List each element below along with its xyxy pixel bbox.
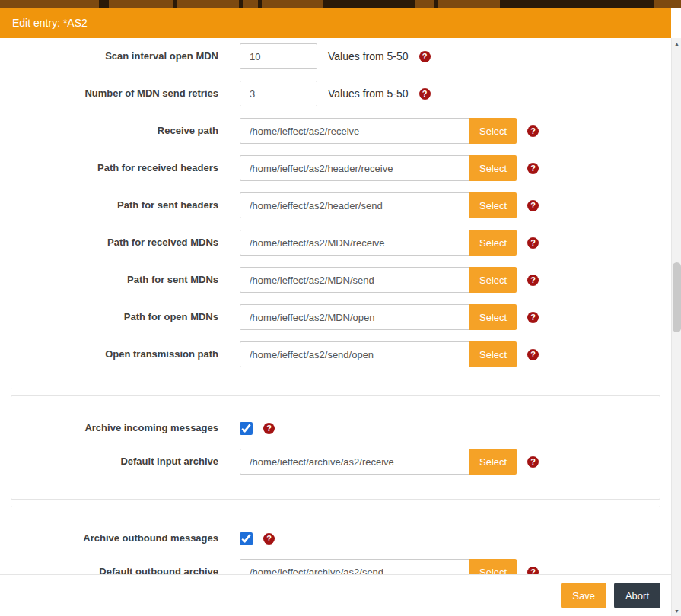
input-group: Select: [240, 192, 517, 218]
form-row-default-outbound-archive: Default outbound archive Select ?: [11, 559, 660, 574]
background-block: [243, 0, 258, 8]
input-group: Select: [240, 267, 517, 293]
abort-button[interactable]: Abort: [614, 583, 660, 608]
form-row-received-headers: Path for received headers Select ?: [11, 155, 660, 181]
help-icon[interactable]: ?: [527, 125, 539, 137]
mdn-retries-input[interactable]: [240, 81, 317, 106]
sent-mdns-path-input[interactable]: [240, 267, 469, 293]
help-icon[interactable]: ?: [419, 88, 431, 100]
open-transmission-label: Open transmission path: [11, 348, 218, 360]
receive-path-label: Receive path: [11, 125, 218, 137]
dimmed-background-header: [0, 0, 681, 8]
modal-title: Edit entry: *AS2: [12, 17, 88, 29]
default-outbound-archive-label: Default outbound archive: [11, 566, 218, 574]
open-mdns-path-input[interactable]: [240, 304, 469, 330]
select-button[interactable]: Select: [469, 304, 517, 330]
form-row-archive-outbound: Archive outbound messages ?: [11, 529, 660, 548]
help-icon[interactable]: ?: [263, 423, 275, 434]
received-headers-label: Path for received headers: [11, 162, 218, 174]
background-block: [177, 0, 239, 8]
select-button[interactable]: Select: [469, 192, 517, 218]
default-input-archive-input[interactable]: [240, 449, 469, 475]
help-icon[interactable]: ?: [527, 456, 539, 468]
help-icon[interactable]: ?: [527, 200, 539, 211]
help-icon[interactable]: ?: [527, 163, 539, 174]
open-mdns-label: Path for open MDNs: [11, 311, 218, 323]
input-group: Select: [240, 449, 517, 475]
help-icon[interactable]: ?: [527, 312, 539, 323]
help-icon[interactable]: ?: [419, 51, 431, 62]
help-icon[interactable]: ?: [527, 275, 539, 286]
form-row-received-mdns: Path for received MDNs Select ?: [11, 230, 660, 256]
received-headers-path-input[interactable]: [240, 155, 469, 181]
scan-interval-input[interactable]: [240, 43, 317, 69]
default-outbound-archive-input[interactable]: [240, 559, 469, 574]
sent-mdns-label: Path for sent MDNs: [11, 274, 218, 286]
select-button[interactable]: Select: [469, 559, 517, 574]
form-row-default-input-archive: Default input archive Select ?: [11, 449, 660, 475]
form-row-receive-path: Receive path Select ?: [11, 118, 660, 144]
open-transmission-path-input[interactable]: [240, 341, 469, 367]
received-mdns-path-input[interactable]: [240, 230, 469, 256]
scan-interval-label: Scan interval open MDN: [11, 50, 218, 62]
panel-archive-incoming: Archive incoming messages ? Default inpu…: [11, 395, 660, 500]
select-button[interactable]: Select: [469, 341, 517, 367]
help-icon[interactable]: ?: [527, 349, 539, 360]
background-block: [109, 0, 173, 8]
select-button[interactable]: Select: [469, 267, 517, 293]
archive-incoming-checkbox[interactable]: [240, 422, 253, 435]
archive-outbound-checkbox[interactable]: [240, 532, 253, 545]
form-row-mdn-retries: Number of MDN send retries Values from 5…: [11, 81, 660, 106]
scrollbar-thumb[interactable]: [673, 262, 681, 332]
form-row-archive-incoming: Archive incoming messages ?: [11, 419, 660, 437]
mdn-retries-label: Number of MDN send retries: [11, 87, 218, 100]
sent-headers-label: Path for sent headers: [11, 199, 218, 211]
form-row-scan-interval: Scan interval open MDN Values from 5-50 …: [11, 43, 660, 69]
modal-footer: Save Abort: [0, 574, 671, 616]
input-group: Select: [240, 155, 517, 181]
scrollbar-up-arrow-icon[interactable]: ▲: [672, 38, 681, 49]
page: Edit entry: *AS2 Scan interval open MDN …: [0, 0, 681, 616]
form-row-sent-mdns: Path for sent MDNs Select ?: [11, 267, 660, 293]
help-icon[interactable]: ?: [263, 533, 275, 545]
select-button[interactable]: Select: [469, 230, 517, 256]
input-group: Select: [240, 230, 517, 256]
received-mdns-label: Path for received MDNs: [11, 237, 218, 249]
scrollbar[interactable]: ▲ ▼: [671, 38, 681, 616]
background-block: [415, 0, 434, 8]
input-group: Select: [240, 304, 517, 330]
scrollbar-down-arrow-icon[interactable]: ▼: [672, 605, 681, 616]
background-block: [0, 0, 99, 8]
background-block: [654, 0, 681, 8]
help-icon[interactable]: ?: [527, 567, 539, 575]
save-button[interactable]: Save: [561, 583, 606, 608]
input-group: Select: [240, 559, 517, 574]
panel-archive-outbound: Archive outbound messages ? Default outb…: [11, 506, 660, 574]
receive-path-input[interactable]: [240, 118, 469, 144]
panel-paths: Scan interval open MDN Values from 5-50 …: [11, 38, 660, 389]
select-button[interactable]: Select: [469, 155, 517, 181]
modal-body: Scan interval open MDN Values from 5-50 …: [0, 38, 671, 574]
scan-interval-hint: Values from 5-50: [328, 50, 409, 62]
background-block: [262, 0, 323, 8]
form-row-open-mdns: Path for open MDNs Select ?: [11, 304, 660, 330]
form-row-sent-headers: Path for sent headers Select ?: [11, 192, 660, 218]
input-group: Select: [240, 341, 517, 367]
archive-outbound-label: Archive outbound messages: [11, 532, 218, 545]
help-icon[interactable]: ?: [527, 237, 539, 249]
input-group: Select: [240, 118, 517, 144]
mdn-retries-hint: Values from 5-50: [328, 87, 409, 100]
modal-header: Edit entry: *AS2: [0, 8, 671, 38]
background-block: [438, 0, 500, 8]
archive-incoming-label: Archive incoming messages: [11, 422, 218, 434]
edit-entry-modal: Edit entry: *AS2 Scan interval open MDN …: [0, 8, 671, 574]
select-button[interactable]: Select: [469, 118, 517, 144]
form-row-open-transmission: Open transmission path Select ?: [11, 341, 660, 367]
sent-headers-path-input[interactable]: [240, 192, 469, 218]
select-button[interactable]: Select: [469, 449, 517, 475]
default-input-archive-label: Default input archive: [11, 456, 218, 468]
